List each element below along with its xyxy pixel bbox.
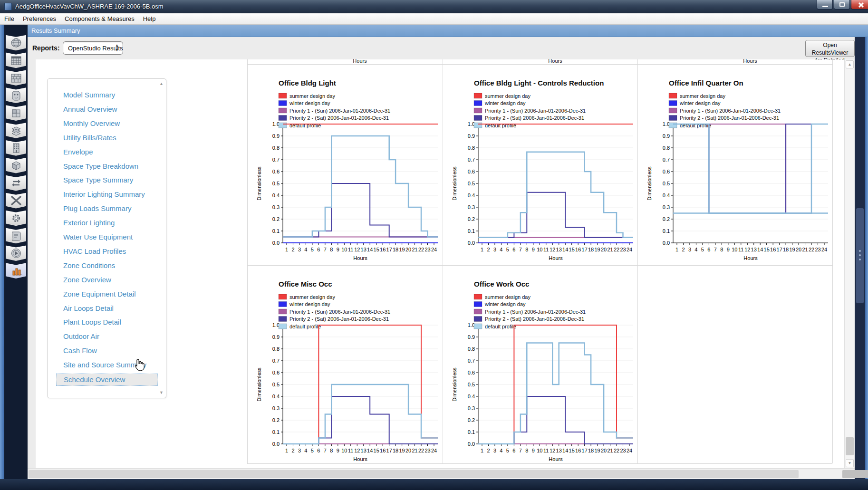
svg-text:0.8: 0.8 <box>272 346 280 352</box>
svg-text:20: 20 <box>601 247 607 252</box>
dropdown-spinner-icon[interactable]: ▲▼ <box>115 43 119 53</box>
svg-text:0.1: 0.1 <box>272 228 280 234</box>
svg-text:17: 17 <box>386 448 392 453</box>
toolbar-tab-facility-building-icon[interactable] <box>6 140 26 156</box>
toolbar-tab-run-simulation-play-icon[interactable] <box>6 245 26 261</box>
scrollbar-thumb[interactable] <box>29 470 799 478</box>
svg-text:default profile: default profile <box>485 123 516 128</box>
svg-text:20: 20 <box>796 247 801 252</box>
toolbar-tab-loads-outlet-icon[interactable] <box>6 87 26 104</box>
svg-text:0.3: 0.3 <box>272 204 280 210</box>
sidebar-item-cash-flow[interactable]: Cash Flow <box>54 345 149 357</box>
sidebar-item-envelope[interactable]: Envelope <box>54 146 149 159</box>
menu-item-help[interactable]: Help <box>139 13 160 24</box>
sidebar-item-exterior-lighting[interactable]: Exterior Lighting <box>54 217 149 230</box>
scroll-up-icon[interactable]: ▲ <box>846 60 854 68</box>
toolbar-tab-thermal-zones-cube-icon[interactable] <box>6 157 26 173</box>
svg-text:16: 16 <box>380 247 386 252</box>
svg-text:12: 12 <box>354 247 360 252</box>
toolbar-tab-site-globe-icon[interactable] <box>6 35 26 51</box>
sidebar-item-zone-equipment-detail[interactable]: Zone Equipment Detail <box>54 288 149 301</box>
title-bar[interactable]: AedgOfficeHvacVavChW_ASHRAE 169-2006-5B.… <box>0 0 868 13</box>
sidebar-item-utility-bills-rates[interactable]: Utility Bills/Rates <box>54 132 149 144</box>
toolbar-tab-output-variables-x-icon[interactable] <box>6 192 26 209</box>
toolbar-tab-simulation-settings-gear-icon[interactable] <box>6 210 26 226</box>
minimize-button[interactable] <box>817 0 833 10</box>
toolbar-tab-space-types-cube-icon[interactable] <box>6 105 26 121</box>
toolbar-tab-geometry-layers-icon[interactable] <box>6 123 26 139</box>
open-resultsviewer-button[interactable]: Open ResultsViewer for Detailed Reports <box>805 40 855 57</box>
svg-text:winter design day: winter design day <box>289 100 330 106</box>
svg-text:5: 5 <box>311 448 314 453</box>
svg-text:5: 5 <box>506 247 509 252</box>
menu-bar: FilePreferencesComponents & MeasuresHelp <box>0 13 868 25</box>
svg-text:0.7: 0.7 <box>272 157 280 163</box>
close-button[interactable] <box>851 0 868 10</box>
sidebar-item-plant-loops-detail[interactable]: Plant Loops Detail <box>54 317 149 329</box>
sidebar-item-plug-loads-summary[interactable]: Plug Loads Summary <box>54 203 149 215</box>
menu-item-file[interactable]: File <box>0 13 19 24</box>
cutoff-chart-xlabel: Hours <box>336 58 384 64</box>
svg-text:2: 2 <box>487 448 490 453</box>
svg-text:summer design day: summer design day <box>289 93 335 99</box>
svg-text:19: 19 <box>594 448 600 453</box>
svg-text:default profile: default profile <box>680 123 711 128</box>
sidebar-item-space-type-summary[interactable]: Space Type Summary <box>54 174 149 187</box>
toolbar-tab-constructions-bricks-icon[interactable] <box>6 70 26 86</box>
app-vertical-scrollbar[interactable] <box>855 37 865 479</box>
sidebar-item-air-loops-detail[interactable]: Air Loops Detail <box>54 303 149 315</box>
sidebar-item-monthly-overview[interactable]: Monthly Overview <box>54 118 149 130</box>
svg-text:14: 14 <box>562 247 568 252</box>
svg-text:23: 23 <box>424 247 430 252</box>
toolbar-tab-measures-scroll-icon[interactable] <box>6 228 26 244</box>
sidebar-item-annual-overview[interactable]: Annual Overview <box>54 104 149 116</box>
scroll-down-icon[interactable]: ▼ <box>846 459 854 467</box>
svg-text:0.5: 0.5 <box>663 181 670 186</box>
sidebar-item-hvac-load-profiles[interactable]: HVAC Load Profiles <box>54 246 149 258</box>
sidebar-item-zone-conditions[interactable]: Zone Conditions <box>54 260 149 272</box>
results-summary-header: Results Summary <box>28 25 868 37</box>
sidebar-item-space-type-breakdown[interactable]: Space Type Breakdown <box>54 161 149 173</box>
svg-text:24: 24 <box>627 247 632 252</box>
mouse-cursor-hand <box>134 359 145 371</box>
results-webview: ▲ ▼ Model SummaryAnnual OverviewMonthly … <box>36 59 844 468</box>
svg-text:0.8: 0.8 <box>663 145 670 151</box>
menu-item-preferences[interactable]: Preferences <box>19 13 60 24</box>
toolbar-tab-results-bar-chart-icon[interactable] <box>6 263 26 279</box>
sidebar-item-schedule-overview[interactable]: Schedule Overview <box>56 374 158 386</box>
svg-text:20: 20 <box>601 448 607 453</box>
sidebar-scrollbar[interactable]: ▲ ▼ <box>158 81 164 396</box>
svg-text:12: 12 <box>744 247 750 252</box>
toolbar-tab-schedules-calendar-icon[interactable] <box>6 52 26 68</box>
sidebar-item-model-summary[interactable]: Model Summary <box>54 89 149 102</box>
sidebar-item-outdoor-air[interactable]: Outdoor Air <box>54 331 149 343</box>
scrollbar-thumb[interactable] <box>846 437 854 455</box>
maximize-icon <box>839 2 845 7</box>
horizontal-scrollbar[interactable] <box>28 468 855 479</box>
svg-text:0.3: 0.3 <box>272 405 280 411</box>
svg-text:6: 6 <box>317 448 320 453</box>
svg-text:17: 17 <box>386 247 392 252</box>
webview-vertical-scrollbar[interactable]: ▲ ▼ <box>844 59 855 468</box>
sidebar-item-interior-lighting-summary[interactable]: Interior Lighting Summary <box>54 189 149 201</box>
reports-dropdown[interactable]: OpenStudio Results ▲▼ <box>63 41 123 55</box>
svg-text:16: 16 <box>770 247 776 252</box>
chart-panel-office-misc-occ: 0.00.10.20.30.40.50.60.70.80.91.01234567… <box>248 266 443 467</box>
scrollbar-thumb[interactable] <box>856 208 864 303</box>
svg-text:15: 15 <box>569 247 575 252</box>
scroll-up-icon[interactable]: ▲ <box>158 81 164 87</box>
svg-text:13: 13 <box>751 247 757 252</box>
svg-text:2: 2 <box>487 247 490 252</box>
svg-text:4: 4 <box>304 448 307 453</box>
maximize-button[interactable] <box>834 0 850 10</box>
sidebar-item-zone-overview[interactable]: Zone Overview <box>54 274 149 287</box>
svg-text:18: 18 <box>783 247 789 252</box>
svg-text:4: 4 <box>304 247 307 252</box>
svg-text:Office Work Occ: Office Work Occ <box>474 280 529 288</box>
svg-text:12: 12 <box>354 448 360 453</box>
svg-text:4: 4 <box>500 247 502 252</box>
scroll-down-icon[interactable]: ▼ <box>158 390 164 396</box>
sidebar-item-water-use-equipment[interactable]: Water Use Equipment <box>54 231 149 244</box>
toolbar-tab-hvac-loop-icon[interactable] <box>6 175 26 191</box>
menu-item-components-measures[interactable]: Components & Measures <box>60 13 139 24</box>
